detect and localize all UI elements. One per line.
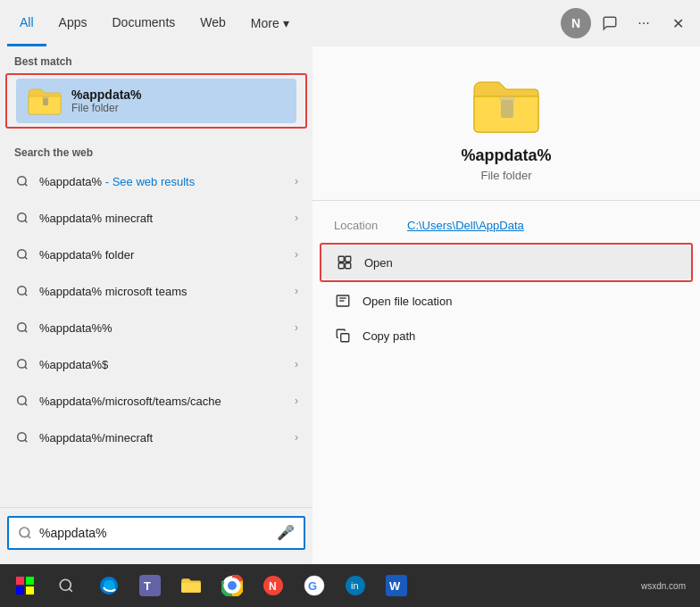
right-content: %appdata% File folder Location C:\Users\… (312, 46, 700, 371)
tab-apps[interactable]: Apps (46, 0, 100, 46)
folder-icon (27, 86, 62, 116)
chevron-right-icon: › (295, 285, 298, 297)
feedback-button[interactable] (595, 8, 625, 38)
chevron-right-icon: › (295, 321, 298, 334)
close-button[interactable]: ✕ (662, 8, 693, 38)
best-match-label: Best match (0, 46, 312, 71)
taskbar-app-edge[interactable] (89, 566, 129, 605)
list-item[interactable]: %appdata% folder › (4, 237, 309, 272)
svg-text:W: W (389, 579, 401, 593)
svg-point-14 (18, 396, 26, 404)
watermark-text: wsxdn.com (641, 581, 686, 591)
actions-section: Open Open file location (312, 243, 700, 353)
nav-tabs: All Apps Documents Web More ▾ N ··· ✕ (0, 0, 700, 46)
search-icon (14, 283, 30, 299)
chevron-right-icon: › (295, 431, 298, 444)
divider (312, 200, 700, 201)
svg-point-18 (20, 528, 29, 537)
svg-line-33 (69, 588, 71, 591)
taskbar-app-explorer[interactable] (171, 566, 211, 605)
list-item[interactable]: %appdata% microsoft teams › (4, 273, 309, 309)
svg-line-3 (25, 184, 28, 187)
svg-line-15 (25, 403, 28, 406)
more-menu[interactable]: More ▾ (238, 0, 302, 46)
list-item[interactable]: %appdata%% › (4, 310, 309, 345)
list-item-text: %appdata%$ (39, 358, 286, 371)
taskbar-app-norton[interactable]: N (254, 566, 293, 605)
list-item[interactable]: %appdata%$ › (4, 346, 309, 382)
search-icon (18, 526, 32, 540)
taskbar-app-teams[interactable]: T (130, 566, 170, 605)
location-label: Location (334, 219, 396, 232)
svg-text:in: in (351, 580, 359, 591)
open-file-location-label: Open file location (362, 295, 452, 308)
svg-line-19 (28, 536, 30, 538)
svg-point-16 (18, 433, 26, 441)
location-value[interactable]: C:\Users\Dell\AppData (407, 219, 524, 232)
list-item[interactable]: %appdata% minecraft › (4, 200, 309, 236)
overflow-button[interactable]: ··· (629, 8, 659, 38)
tab-documents[interactable]: Documents (99, 0, 188, 46)
search-input-wrapper: 🎤 (7, 516, 305, 550)
search-input[interactable] (39, 526, 270, 540)
svg-point-12 (18, 360, 26, 368)
svg-rect-30 (16, 586, 24, 595)
taskbar-app-misc[interactable]: in (336, 566, 375, 605)
search-icon (14, 356, 30, 372)
right-panel: %appdata% File folder Location C:\Users\… (312, 46, 700, 564)
taskbar-app-word[interactable]: W (377, 566, 416, 605)
start-button[interactable] (4, 564, 46, 607)
svg-rect-25 (346, 263, 351, 269)
tab-all[interactable]: All (7, 0, 46, 46)
result-subtitle: File folder (480, 169, 531, 182)
copy-icon (334, 327, 352, 345)
svg-text:N: N (269, 580, 277, 593)
list-item[interactable]: %appdata%/microsoft/teams/cache › (4, 383, 309, 419)
mic-icon[interactable]: 🎤 (277, 524, 295, 541)
list-item[interactable]: %appdata% - See web results › (4, 163, 309, 199)
svg-line-11 (25, 330, 28, 333)
svg-rect-20 (501, 100, 513, 118)
search-icon (14, 429, 30, 445)
file-location-icon (334, 292, 352, 310)
tab-web[interactable]: Web (188, 0, 238, 46)
list-item-text: %appdata%/microsoft/teams/cache (39, 395, 286, 408)
svg-rect-24 (338, 263, 344, 269)
chevron-right-icon: › (295, 212, 298, 224)
left-panel: Best match %appdata% File folder (0, 46, 312, 564)
taskbar-app-chrome[interactable] (212, 566, 252, 605)
tab-apps-label: Apps (59, 15, 88, 29)
chevron-right-icon: › (295, 358, 298, 370)
best-match-outline: %appdata% File folder (5, 73, 307, 129)
list-item-text: %appdata%% (39, 321, 286, 335)
svg-rect-27 (341, 334, 349, 342)
avatar-letter: N (571, 16, 580, 30)
svg-rect-23 (346, 256, 351, 262)
taskbar-clock[interactable]: wsxdn.com (634, 581, 693, 591)
search-icon (14, 320, 30, 336)
copy-path-action[interactable]: Copy path (320, 319, 693, 353)
open-file-location-action[interactable]: Open file location (320, 284, 693, 318)
svg-rect-28 (16, 577, 24, 585)
open-icon (336, 254, 354, 271)
svg-point-38 (228, 581, 237, 590)
svg-text:T: T (144, 579, 151, 593)
content-area: Best match %appdata% File folder (0, 46, 700, 564)
list-item-text: %appdata% microsoft teams (39, 285, 286, 298)
copy-path-label: Copy path (362, 329, 415, 343)
tab-all-label: All (20, 15, 34, 29)
open-action[interactable]: Open (321, 245, 691, 279)
taskbar-app-google[interactable]: G (295, 566, 334, 605)
taskbar-search-button[interactable] (48, 568, 84, 603)
taskbar-apps: T (86, 566, 632, 605)
svg-rect-29 (26, 577, 34, 585)
search-icon (14, 173, 30, 189)
svg-line-17 (25, 440, 28, 443)
svg-line-9 (25, 294, 28, 296)
best-match-item[interactable]: %appdata% File folder (16, 79, 296, 123)
avatar[interactable]: N (561, 8, 591, 38)
more-arrow-icon: ▾ (283, 16, 289, 30)
svg-rect-31 (26, 586, 34, 595)
taskbar-right: wsxdn.com (634, 581, 696, 591)
list-item[interactable]: %appdata%/minecraft › (4, 420, 309, 455)
